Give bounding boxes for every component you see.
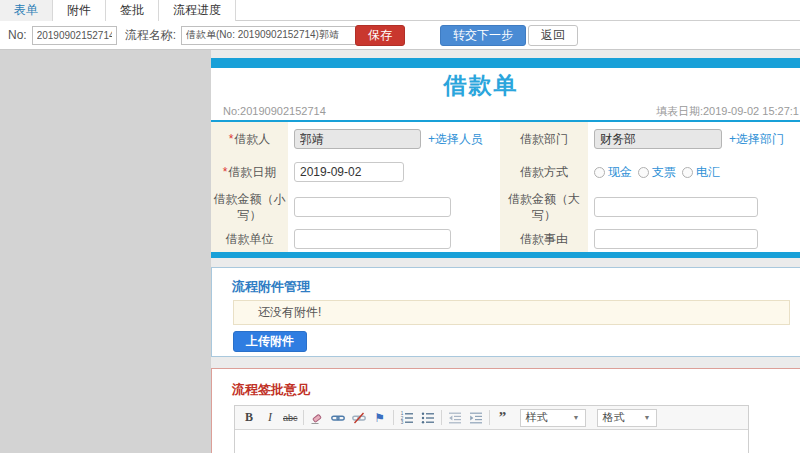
tab-process-progress[interactable]: 流程进度 (159, 0, 236, 21)
form-no-text: No:20190902152714 (223, 105, 326, 117)
styles-dropdown[interactable]: 样式 ▼ (520, 409, 586, 427)
form-date-text: 填表日期:2019-09-02 15:27:1 (656, 104, 799, 119)
borrower-label: *借款人 (211, 122, 288, 156)
loan-form-panel: 借款单 No:20190902152714 填表日期:2019-09-02 15… (211, 58, 800, 258)
bold-icon[interactable]: B (241, 410, 257, 426)
tab-form[interactable]: 表单 (0, 0, 53, 21)
borrow-date-input[interactable] (294, 162, 404, 182)
form-grid: *借款人 +选择人员 借款部门 +选择部门 *借款日期 借款方式 现金 (211, 122, 800, 252)
borrow-department-field: +选择部门 (588, 122, 800, 156)
editor-toolbar: B I abc ⚑ 123 (235, 406, 748, 430)
anchor-flag-icon[interactable]: ⚑ (372, 410, 388, 426)
amount-lowercase-input[interactable] (294, 197, 451, 217)
cash-radio[interactable] (594, 167, 605, 178)
link-icon[interactable] (330, 410, 346, 426)
borrow-method-radio-group: 现金 支票 电汇 (594, 164, 720, 181)
form-meta-row: No:20190902152714 填表日期:2019-09-02 15:27:… (211, 102, 800, 120)
approval-section: 流程签批意见 B I abc ⚑ 123 (211, 368, 800, 453)
borrow-reason-label: 借款事由 (500, 226, 588, 252)
tab-strip-spacer (236, 0, 800, 20)
decrease-indent-icon[interactable] (447, 410, 463, 426)
increase-indent-icon[interactable] (468, 410, 484, 426)
chevron-down-icon: ▼ (567, 414, 580, 421)
strikethrough-icon[interactable]: abc (283, 410, 298, 426)
wire-transfer-radio[interactable] (682, 167, 693, 178)
styles-dropdown-label: 样式 (526, 410, 548, 425)
action-toolbar: No: 流程名称: 保存 转交下一步 返回 (0, 21, 800, 50)
toolbar-separator (303, 410, 304, 425)
borrow-date-field (288, 156, 500, 188)
borrower-input[interactable] (294, 129, 421, 149)
select-person-link[interactable]: +选择人员 (428, 131, 483, 148)
form-title: 借款单 (211, 68, 800, 102)
tab-attachment[interactable]: 附件 (53, 0, 106, 21)
amount-uppercase-field (588, 188, 800, 226)
top-accent-bar (211, 58, 800, 68)
borrow-department-input[interactable] (594, 129, 722, 149)
svg-text:3: 3 (400, 419, 403, 424)
chevron-down-icon: ▼ (638, 414, 651, 421)
format-dropdown-label: 格式 (603, 410, 625, 425)
numbered-list-icon[interactable]: 123 (399, 410, 415, 426)
toolbar-separator (489, 410, 490, 425)
borrower-field: +选择人员 (288, 122, 500, 156)
process-name-input[interactable] (181, 26, 371, 45)
rich-text-editor: B I abc ⚑ 123 (234, 405, 749, 453)
no-input[interactable] (32, 26, 117, 45)
bulleted-list-icon[interactable] (420, 410, 436, 426)
borrow-method-field: 现金 支票 电汇 (588, 156, 800, 188)
required-mark: * (223, 165, 228, 179)
borrow-reason-field (588, 226, 800, 252)
tab-attachment-label: 附件 (67, 2, 91, 19)
amount-uppercase-input[interactable] (594, 197, 758, 217)
approval-section-title: 流程签批意见 (232, 381, 310, 399)
tab-approval-label: 签批 (120, 2, 144, 19)
no-label: No: (8, 28, 27, 42)
blockquote-icon[interactable]: ” (495, 410, 511, 426)
toolbar-separator (393, 410, 394, 425)
bottom-accent-bar (211, 252, 800, 258)
borrow-department-label: 借款部门 (500, 122, 588, 156)
attachment-section-title: 流程附件管理 (232, 278, 310, 296)
required-mark: * (229, 132, 234, 146)
attachment-section: 流程附件管理 还没有附件! 上传附件 (211, 267, 800, 357)
amount-lowercase-field (288, 188, 500, 226)
forward-next-step-button[interactable]: 转交下一步 (440, 25, 526, 46)
borrow-unit-field (288, 226, 500, 252)
save-button[interactable]: 保存 (355, 25, 405, 46)
tab-strip: 表单 附件 签批 流程进度 (0, 0, 800, 21)
cheque-radio[interactable] (638, 167, 649, 178)
wire-transfer-radio-label[interactable]: 电汇 (696, 164, 720, 181)
upload-attachment-button[interactable]: 上传附件 (233, 331, 307, 352)
process-name-label: 流程名称: (125, 27, 176, 44)
borrow-unit-label: 借款单位 (211, 226, 288, 252)
tab-form-label: 表单 (14, 2, 38, 19)
toolbar-separator (441, 410, 442, 425)
content-area: 借款单 No:20190902152714 填表日期:2019-09-02 15… (211, 50, 800, 453)
tab-approval[interactable]: 签批 (106, 0, 159, 21)
cheque-radio-label[interactable]: 支票 (652, 164, 676, 181)
borrow-reason-input[interactable] (594, 229, 758, 249)
borrow-date-label: *借款日期 (211, 156, 288, 188)
remove-format-icon[interactable] (309, 410, 325, 426)
editor-content-area[interactable] (235, 430, 748, 453)
amount-lowercase-label: 借款金额（小写） (211, 188, 288, 226)
back-button[interactable]: 返回 (528, 25, 578, 46)
no-attachment-message: 还没有附件! (233, 300, 790, 325)
borrow-method-label: 借款方式 (500, 156, 588, 188)
amount-uppercase-label: 借款金额（大写） (500, 188, 588, 226)
italic-icon[interactable]: I (262, 410, 278, 426)
borrow-unit-input[interactable] (294, 229, 451, 249)
tab-process-progress-label: 流程进度 (173, 2, 221, 19)
unlink-icon[interactable] (351, 410, 367, 426)
format-dropdown[interactable]: 格式 ▼ (597, 409, 657, 427)
select-department-link[interactable]: +选择部门 (729, 131, 784, 148)
cash-radio-label[interactable]: 现金 (608, 164, 632, 181)
